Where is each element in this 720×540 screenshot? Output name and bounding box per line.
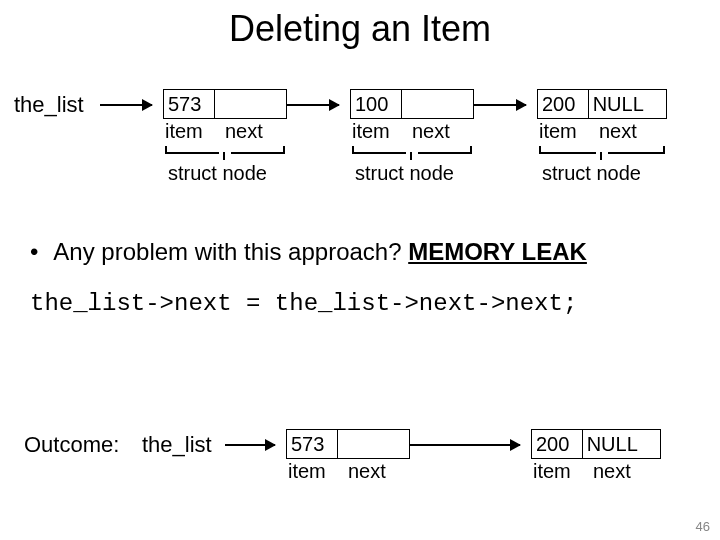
next-label: next [225, 120, 263, 143]
node-next-value: NULL [589, 90, 666, 118]
node-item-value: 573 [287, 430, 337, 458]
node-item-value: 100 [351, 90, 401, 118]
after-diagram: the_list 573 item next 200 NULL item nex… [0, 420, 720, 530]
next-label: next [593, 460, 631, 483]
node-box: 200 NULL [531, 429, 661, 459]
node-field-labels: item next [539, 120, 671, 143]
item-label: item [165, 120, 225, 143]
node-item-value: 200 [532, 430, 582, 458]
brace-icon [539, 146, 665, 160]
node-box: 100 [350, 89, 474, 119]
arrow-icon [225, 444, 275, 446]
slide-title: Deleting an Item [0, 8, 720, 50]
brace-icon [352, 146, 472, 160]
node-next-value [338, 430, 409, 458]
node-field-labels: item next [288, 460, 414, 483]
node-next-value: NULL [583, 430, 660, 458]
node-box: 573 [286, 429, 410, 459]
node-next-value [215, 90, 286, 118]
item-label: item [533, 460, 593, 483]
bullet-emphasis: MEMORY LEAK [408, 238, 587, 265]
node-box: 200 NULL [537, 89, 667, 119]
arrow-icon [410, 444, 520, 446]
item-label: item [352, 120, 412, 143]
next-label: next [412, 120, 450, 143]
struct-label: struct node [542, 162, 641, 185]
node-field-labels: item next [533, 460, 665, 483]
node-field-labels: item next [165, 120, 291, 143]
node-field-labels: item next [352, 120, 478, 143]
next-label: next [599, 120, 637, 143]
item-label: item [288, 460, 348, 483]
bullet-text: Any problem with this approach? [53, 238, 408, 265]
struct-label: struct node [168, 162, 267, 185]
page-number: 46 [696, 519, 710, 534]
node-box: 573 [163, 89, 287, 119]
list-head-label: the_list [14, 92, 84, 118]
arrow-icon [100, 104, 152, 106]
arrow-icon [474, 104, 526, 106]
brace-icon [165, 146, 285, 160]
next-label: next [348, 460, 386, 483]
code-line: the_list->next = the_list->next->next; [30, 290, 577, 317]
node-item-value: 200 [538, 90, 588, 118]
list-head-label: the_list [142, 432, 212, 458]
item-label: item [539, 120, 599, 143]
bullet-icon: • [30, 238, 48, 266]
arrow-icon [287, 104, 339, 106]
node-next-value [402, 90, 473, 118]
bullet-line: • Any problem with this approach? MEMORY… [30, 238, 690, 266]
struct-label: struct node [355, 162, 454, 185]
before-diagram: the_list 573 item next struct node 100 i… [0, 92, 720, 212]
node-item-value: 573 [164, 90, 214, 118]
